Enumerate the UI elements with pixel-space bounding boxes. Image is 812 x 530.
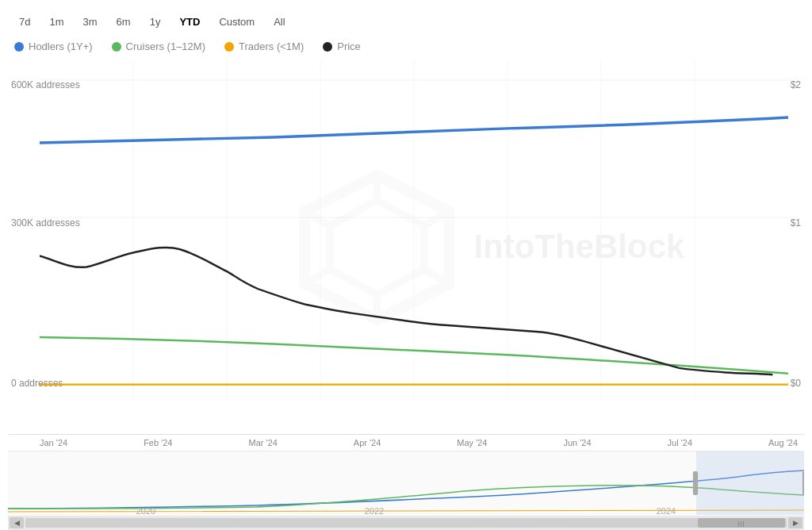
nav-left-arrow[interactable]: ◀	[10, 517, 24, 528]
legend-dot	[323, 42, 332, 52]
legend-item: Cruisers (1–12M)	[112, 40, 205, 52]
y-label-1: $1	[791, 217, 801, 229]
legend-dot	[224, 42, 234, 52]
time-buttons: 7d1m3m6m1yYTDCustomAll	[8, 8, 804, 37]
x-label-jan: Jan '24	[40, 438, 67, 447]
y-label-2: $2	[791, 79, 801, 90]
nav-label-2020: 2020	[136, 506, 155, 516]
legend: Hodlers (1Y+)Cruisers (1–12M)Traders (<1…	[8, 37, 804, 60]
x-axis-labels: Jan '24 Feb '24 Mar '24 Apr '24 May '24 …	[8, 435, 804, 451]
legend-item: Traders (<1M)	[224, 40, 304, 52]
x-label-feb: Feb '24	[144, 438, 172, 447]
x-label-mar: Mar '24	[248, 438, 277, 447]
nav-label-2022: 2022	[365, 506, 384, 516]
svg-rect-19	[693, 471, 698, 495]
x-label-jul: Jul '24	[668, 438, 692, 447]
nav-year-labels: 2020 2022 2024	[8, 506, 804, 516]
time-btn-1m[interactable]: 1m	[41, 13, 71, 31]
svg-rect-20	[802, 471, 804, 495]
time-btn-3m[interactable]: 3m	[75, 13, 105, 31]
legend-label: Cruisers (1–12M)	[126, 40, 205, 52]
legend-dot	[14, 42, 24, 52]
time-btn-1y[interactable]: 1y	[142, 13, 169, 31]
time-btn-ytd[interactable]: YTD	[171, 13, 208, 31]
legend-label: Hodlers (1Y+)	[29, 40, 93, 52]
time-btn-6m[interactable]: 6m	[109, 13, 139, 31]
x-label-apr: Apr '24	[354, 438, 381, 447]
nav-right-arrow[interactable]: ▶	[788, 517, 802, 528]
x-label-may: May '24	[457, 438, 487, 447]
legend-item: Price	[323, 40, 361, 52]
time-btn-custom[interactable]: Custom	[211, 13, 262, 31]
x-label-aug: Aug '24	[768, 438, 798, 447]
main-chart: 600K addresses 300K addresses 0 addresse…	[8, 60, 804, 435]
legend-item: Hodlers (1Y+)	[14, 40, 93, 52]
time-btn-7d[interactable]: 7d	[11, 13, 38, 31]
y-label-0-right: $0	[791, 378, 801, 389]
legend-label: Price	[337, 40, 361, 52]
time-btn-all[interactable]: All	[266, 13, 293, 31]
chart-container: 7d1m3m6m1yYTDCustomAll Hodlers (1Y+)Crui…	[0, 0, 812, 530]
nav-label-2024: 2024	[657, 506, 676, 516]
navigator: 2020 2022 2024 ◀ ||| ▶	[8, 451, 804, 530]
x-label-jun: Jun '24	[563, 438, 591, 447]
svg-rect-18	[696, 451, 804, 515]
legend-label: Traders (<1M)	[239, 40, 304, 52]
legend-dot	[112, 42, 121, 52]
nav-scrollbar: ◀ ||| ▶	[8, 516, 804, 530]
